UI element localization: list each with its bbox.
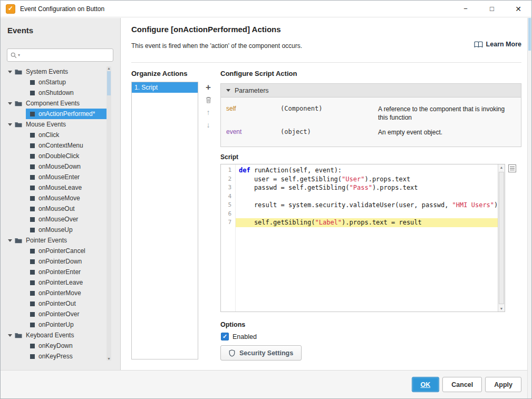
minimize-button[interactable]: − (452, 1, 479, 17)
tree-item-content[interactable]: onPointerEnter (26, 267, 107, 277)
tree-folder-component-events[interactable]: Component Events (1, 98, 107, 109)
parameters-header[interactable]: Parameters (220, 83, 521, 98)
tree-item-content[interactable]: onMouseMove (26, 193, 107, 203)
folder-label: Mouse Events (26, 121, 66, 128)
code-line-7[interactable]: self.getSibling("Label").props.text = re… (236, 218, 498, 227)
tree-folder-system-events[interactable]: System Events (1, 66, 107, 77)
tree-item-onpointerdown[interactable]: onPointerDown (1, 256, 107, 267)
tree-item-onpointerup[interactable]: onPointerUp (1, 319, 107, 330)
tree-item-onmousedown[interactable]: onMouseDown (1, 161, 107, 172)
expand-arrow-icon[interactable] (8, 334, 12, 337)
tree-item-onmousemove[interactable]: onMouseMove (1, 193, 107, 203)
enabled-checkbox[interactable] (221, 333, 229, 340)
tree-item-onstartup[interactable]: onStartup (1, 77, 107, 87)
tree-item-content[interactable]: onKeyDown (26, 340, 107, 351)
tree-folder-pointer-events[interactable]: Pointer Events (1, 235, 107, 246)
code-line-1[interactable]: def runAction(self, event): (236, 166, 498, 175)
tree-item-onpointerover[interactable]: onPointerOver (1, 309, 107, 319)
tree-item-onpointerenter[interactable]: onPointerEnter (1, 267, 107, 277)
ok-button[interactable]: OK (412, 377, 440, 392)
tree-item-onpointerleave[interactable]: onPointerLeave (1, 277, 107, 288)
apply-button[interactable]: Apply (485, 377, 521, 392)
tree-item-content[interactable]: onActionPerformed* (26, 109, 107, 119)
tree-item-content[interactable]: onMouseLeave (26, 182, 107, 193)
tree-item-onkeypress[interactable]: onKeyPress (1, 351, 107, 361)
editor-menu-button[interactable] (508, 164, 516, 172)
tree-item-content[interactable]: onDoubleClick (26, 151, 107, 161)
code-area[interactable]: def runAction(self, event): user = self.… (236, 164, 498, 312)
window-scrollbar[interactable] (527, 18, 531, 398)
tree-scrollbar-thumb[interactable] (107, 71, 111, 95)
scroll-up-icon[interactable]: ▲ (498, 166, 505, 169)
code-line-3[interactable]: passwd = self.getSibling("Pass").props.t… (236, 183, 498, 192)
tree-item-onclick[interactable]: onClick (1, 130, 107, 140)
tree-item-onmouseenter[interactable]: onMouseEnter (1, 172, 107, 182)
move-down-button[interactable]: ↓ (203, 120, 214, 130)
scroll-down-icon[interactable]: ▼ (107, 357, 111, 361)
line-number: 2 (221, 175, 231, 184)
code-line-4[interactable] (236, 192, 498, 201)
tree-item-onmouseout[interactable]: onMouseOut (1, 203, 107, 214)
code-line-6[interactable] (236, 210, 498, 219)
tree-item-onpointerout[interactable]: onPointerOut (1, 298, 107, 309)
move-up-button[interactable]: ↑ (203, 108, 214, 117)
cancel-button[interactable]: Cancel (442, 377, 482, 392)
tree-item-content[interactable]: onMouseDown (26, 161, 107, 172)
security-settings-button[interactable]: Security Settings (220, 345, 302, 361)
tree-item-content[interactable]: onPointerLeave (26, 277, 107, 288)
tree-item-oncontextmenu[interactable]: onContextMenu (1, 140, 107, 151)
expand-arrow-icon[interactable] (8, 71, 12, 73)
editor-scrollbar[interactable]: ▲ ▼ (498, 164, 505, 312)
tree-item-onshutdown[interactable]: onShutdown (1, 87, 107, 98)
tree-item-content[interactable]: onMouseOver (26, 214, 107, 225)
tree-scrollbar[interactable]: ▲ ▼ (107, 66, 111, 361)
code-line-2[interactable]: user = self.getSibling("User").props.tex… (236, 175, 498, 184)
tree-folder-keyboard-events[interactable]: Keyboard Events (1, 330, 107, 340)
close-button[interactable]: ✕ (505, 1, 531, 17)
tree-item-onkeydown[interactable]: onKeyDown (1, 340, 107, 351)
tree-item-onmouseover[interactable]: onMouseOver (1, 214, 107, 225)
tree-folder-mouse-events[interactable]: Mouse Events (1, 119, 107, 130)
window-scrollbar-thumb[interactable] (528, 18, 531, 51)
tree-item-onpointercancel[interactable]: onPointerCancel (1, 246, 107, 256)
delete-action-button[interactable] (203, 95, 214, 104)
search-dropdown-caret-icon[interactable]: ▾ (18, 53, 20, 57)
tree-item-content[interactable]: onPointerDown (26, 256, 107, 267)
tree-item-onmouseleave[interactable]: onMouseLeave (1, 182, 107, 193)
expand-arrow-icon[interactable] (8, 239, 12, 242)
scroll-down-icon[interactable]: ▼ (498, 307, 505, 310)
tree-item-content[interactable]: onStartup (26, 77, 107, 87)
action-list[interactable]: 1. Script (131, 82, 198, 359)
editor-scrollbar-thumb[interactable] (499, 172, 504, 304)
expand-arrow-icon[interactable] (8, 123, 12, 126)
learn-more-link[interactable]: Learn More (474, 41, 521, 48)
tree-item-ondoubleclick[interactable]: onDoubleClick (1, 151, 107, 161)
tree-item-content[interactable]: onPointerOut (26, 298, 107, 309)
expand-arrow-icon[interactable] (8, 102, 12, 105)
search-input[interactable]: ▾ (7, 48, 113, 62)
tree-item-onactionperformed[interactable]: onActionPerformed* (1, 109, 107, 119)
arrow-down-icon: ↓ (207, 121, 210, 129)
add-action-button[interactable]: + (203, 82, 214, 92)
tree-item-content[interactable]: onPointerMove (26, 288, 107, 298)
tree-item-content[interactable]: onMouseOut (26, 203, 107, 214)
tree-item-content[interactable]: onPointerOver (26, 309, 107, 319)
tree-item-content[interactable]: onMouseEnter (26, 172, 107, 182)
titlebar[interactable]: Event Configuration on Button − □ ✕ (1, 1, 531, 17)
tree-item-content[interactable]: onContextMenu (26, 140, 107, 151)
tree-item-content[interactable]: onKeyPress (26, 351, 107, 361)
event-label: onMouseLeave (38, 184, 82, 191)
tree-item-onpointermove[interactable]: onPointerMove (1, 288, 107, 298)
tree-item-onmouseup[interactable]: onMouseUp (1, 225, 107, 235)
code-line-5[interactable]: result = system.security.validateUser(us… (236, 201, 498, 210)
tree-item-content[interactable]: onClick (26, 130, 107, 140)
action-list-item[interactable]: 1. Script (132, 82, 198, 93)
tree-item-content[interactable]: onPointerUp (26, 319, 107, 330)
tree-item-content[interactable]: onPointerCancel (26, 246, 107, 256)
folder-icon (14, 237, 23, 244)
maximize-button[interactable]: □ (479, 1, 505, 17)
script-editor[interactable]: 1234567 def runAction(self, event): user… (220, 164, 505, 312)
tree-item-content[interactable]: onShutdown (26, 87, 107, 98)
scroll-up-icon[interactable]: ▲ (107, 66, 111, 70)
tree-item-content[interactable]: onMouseUp (26, 225, 107, 235)
